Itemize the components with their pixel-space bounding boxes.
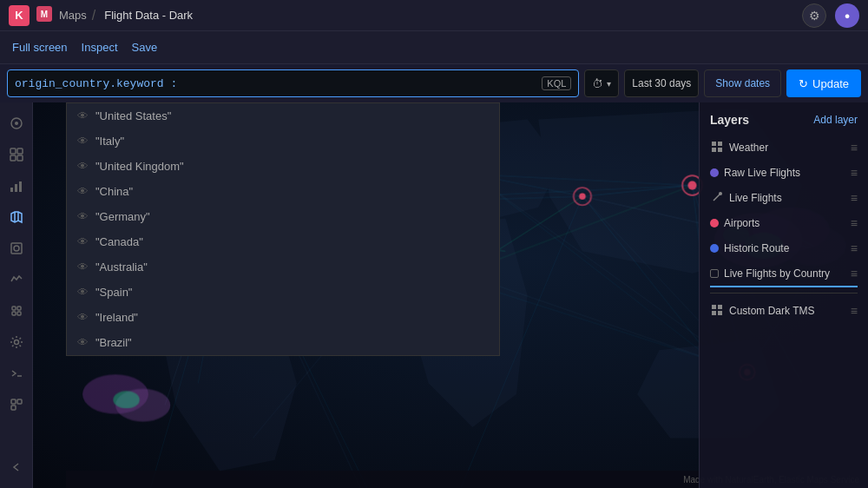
svg-rect-10 <box>19 181 22 192</box>
eye-icon-2: 👁 <box>77 160 89 173</box>
svg-point-88 <box>719 192 722 195</box>
layers-title: Layers <box>710 113 749 127</box>
kibana-logo: K <box>9 5 30 26</box>
layer-raw-live-flights[interactable]: Raw Live Flights ≡ <box>710 161 858 186</box>
svg-point-20 <box>14 340 18 345</box>
svg-point-72 <box>687 181 696 189</box>
layer-custom-dark-tms[interactable]: Custom Dark TMS ≡ <box>710 299 858 324</box>
dropdown-item-6[interactable]: 👁 "Australia" <box>67 254 499 280</box>
inspect-link[interactable]: Inspect <box>82 41 118 54</box>
sidebar-icon-apm[interactable] <box>4 267 29 292</box>
svg-rect-16 <box>12 307 16 310</box>
update-button[interactable]: ↻ Update <box>786 69 861 97</box>
sidebar-icon-dashboard[interactable] <box>4 142 29 167</box>
svg-rect-89 <box>712 305 716 309</box>
sidebar-icon-canvas[interactable] <box>4 236 29 260</box>
settings-icon-button[interactable]: ⚙ <box>802 3 826 28</box>
dropdown-item-text-5: "Canada" <box>95 235 143 248</box>
eye-icon-5: 👁 <box>77 235 89 248</box>
layer-airports-dot <box>710 219 719 228</box>
svg-rect-22 <box>11 399 16 404</box>
svg-rect-87 <box>718 148 722 152</box>
time-filter[interactable]: ⏱ ▾ <box>584 69 619 97</box>
eye-icon-9: 👁 <box>77 336 89 349</box>
dropdown-item-text-3: "China" <box>95 185 133 198</box>
sidebar-icon-management[interactable] <box>4 330 29 354</box>
svg-point-15 <box>14 246 19 251</box>
main-area: UNITED STATES OF AMERICA LOS A... 👁 "Uni… <box>0 102 868 488</box>
dropdown-item-text-7: "Spain" <box>95 286 132 299</box>
svg-marker-11 <box>11 212 22 222</box>
dropdown-item-5[interactable]: 👁 "Canada" <box>67 229 499 254</box>
svg-rect-7 <box>17 155 23 161</box>
dropdown-item-4[interactable]: 👁 "Germany" <box>67 204 499 229</box>
svg-rect-8 <box>10 188 13 192</box>
layer-airports[interactable]: Airports ≡ <box>710 211 858 236</box>
layer-custom-dark-tms-grid-icon <box>710 305 724 318</box>
svg-rect-17 <box>17 307 21 310</box>
layer-historic-route-menu-icon[interactable]: ≡ <box>851 241 858 255</box>
show-dates-button[interactable]: Show dates <box>704 69 781 97</box>
query-input[interactable] <box>15 77 542 90</box>
sidebar-icon-ml[interactable] <box>4 299 29 323</box>
svg-rect-19 <box>17 312 21 315</box>
svg-rect-14 <box>11 243 22 254</box>
svg-rect-4 <box>10 148 16 154</box>
layer-live-flights-by-country-menu-icon[interactable]: ≡ <box>851 267 858 280</box>
layer-raw-live-flights-menu-icon[interactable]: ≡ <box>851 166 858 180</box>
layer-historic-route-name: Historic Route <box>724 242 845 254</box>
eye-icon-7: 👁 <box>77 286 89 299</box>
svg-rect-5 <box>17 148 23 154</box>
layer-historic-route[interactable]: Historic Route ≡ <box>710 236 858 261</box>
dropdown-item-0[interactable]: 👁 "United States" <box>67 103 499 129</box>
dropdown-item-1[interactable]: 👁 "Italy" <box>67 129 499 154</box>
layer-custom-dark-tms-menu-icon[interactable]: ≡ <box>851 304 858 318</box>
dropdown-item-9[interactable]: 👁 "Brazil" <box>67 330 499 355</box>
add-layer-button[interactable]: Add layer <box>813 114 858 126</box>
layer-live-flights-route-icon <box>710 192 724 205</box>
layer-live-flights-menu-icon[interactable]: ≡ <box>851 191 858 205</box>
sidebar-icon-dev-tools[interactable] <box>4 361 29 386</box>
sidebar-icon-maps[interactable] <box>4 205 29 229</box>
dropdown-item-8[interactable]: 👁 "Ireland" <box>67 305 499 330</box>
svg-point-3 <box>15 122 18 125</box>
layer-weather[interactable]: Weather ≡ <box>710 135 858 161</box>
sidebar-icon-spaces[interactable] <box>4 392 29 417</box>
svg-rect-6 <box>10 155 16 161</box>
dropdown-item-text-8: "Ireland" <box>95 311 138 324</box>
svg-text:M: M <box>41 10 48 19</box>
svg-point-70 <box>579 193 586 200</box>
layer-weather-menu-icon[interactable]: ≡ <box>851 141 858 155</box>
dropdown-item-text-0: "United States" <box>95 109 171 122</box>
top-bar: K M Maps / Flight Data - Dark ⚙ ● <box>0 0 868 31</box>
sidebar-bottom <box>4 455 29 479</box>
eye-icon-3: 👁 <box>77 185 89 198</box>
sidebar-icon-discover[interactable] <box>4 111 29 135</box>
svg-rect-23 <box>17 399 22 404</box>
save-link[interactable]: Save <box>132 41 158 54</box>
breadcrumb-maps[interactable]: Maps <box>59 9 87 22</box>
kibana-m-icon: M <box>36 6 52 24</box>
left-sidebar <box>0 102 33 488</box>
refresh-icon: ↻ <box>799 77 808 90</box>
dropdown-item-text-1: "Italy" <box>95 135 124 148</box>
eye-icon-8: 👁 <box>77 311 89 324</box>
fullscreen-link[interactable]: Full screen <box>12 41 68 54</box>
dropdown-item-3[interactable]: 👁 "China" <box>67 179 499 204</box>
kql-badge[interactable]: KQL <box>542 76 571 90</box>
eye-icon-0: 👁 <box>77 109 89 122</box>
dropdown-item-text-9: "Brazil" <box>95 336 132 349</box>
panel-header: Layers Add layer <box>710 113 858 127</box>
dropdown-item-2[interactable]: 👁 "United Kingdom" <box>67 154 499 179</box>
layer-live-flights-by-country[interactable]: Live Flights by Country ≡ <box>710 261 858 287</box>
layer-airports-menu-icon[interactable]: ≡ <box>851 216 858 230</box>
dropdown-item-7[interactable]: 👁 "Spain" <box>67 280 499 305</box>
svg-rect-91 <box>712 311 716 315</box>
layer-live-flights[interactable]: Live Flights ≡ <box>710 186 858 211</box>
user-avatar[interactable]: ● <box>835 3 859 28</box>
layer-live-flights-name: Live Flights <box>729 192 845 204</box>
layer-live-flights-by-country-name: Live Flights by Country <box>724 267 845 280</box>
sidebar-icon-visualize[interactable] <box>4 174 29 198</box>
sidebar-icon-collapse[interactable] <box>4 455 29 479</box>
autocomplete-dropdown: 👁 "United States" 👁 "Italy" 👁 "United Ki… <box>66 102 500 356</box>
